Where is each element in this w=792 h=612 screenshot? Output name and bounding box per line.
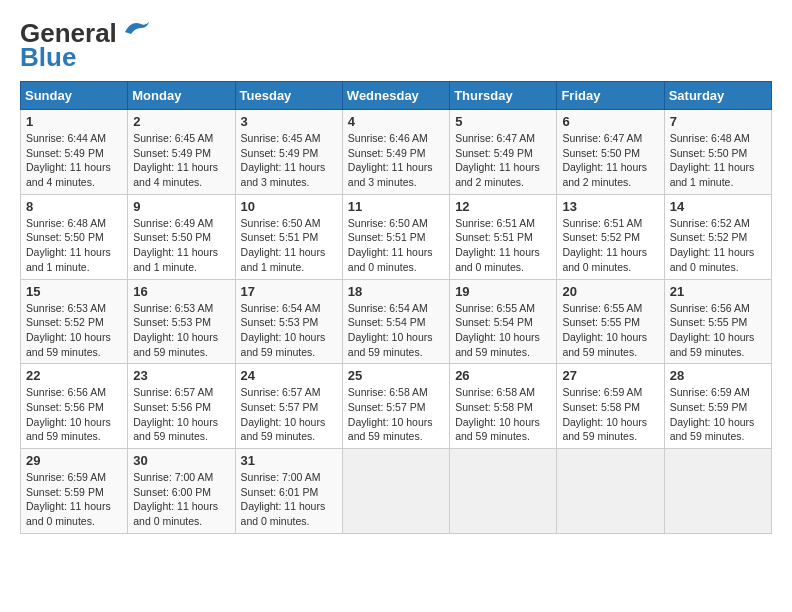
calendar-cell: 27Sunrise: 6:59 AMSunset: 5:58 PMDayligh… bbox=[557, 364, 664, 449]
logo-blue: Blue bbox=[20, 42, 76, 73]
day-number: 14 bbox=[670, 199, 766, 214]
day-info: Sunrise: 6:55 AMSunset: 5:54 PMDaylight:… bbox=[455, 301, 551, 360]
day-number: 11 bbox=[348, 199, 444, 214]
day-info: Sunrise: 6:54 AMSunset: 5:54 PMDaylight:… bbox=[348, 301, 444, 360]
calendar-header-row: SundayMondayTuesdayWednesdayThursdayFrid… bbox=[21, 82, 772, 110]
day-info: Sunrise: 6:49 AMSunset: 5:50 PMDaylight:… bbox=[133, 216, 229, 275]
day-info: Sunrise: 6:59 AMSunset: 5:58 PMDaylight:… bbox=[562, 385, 658, 444]
day-info: Sunrise: 6:51 AMSunset: 5:51 PMDaylight:… bbox=[455, 216, 551, 275]
day-info: Sunrise: 7:00 AMSunset: 6:01 PMDaylight:… bbox=[241, 470, 337, 529]
day-info: Sunrise: 6:51 AMSunset: 5:52 PMDaylight:… bbox=[562, 216, 658, 275]
day-number: 8 bbox=[26, 199, 122, 214]
day-number: 26 bbox=[455, 368, 551, 383]
day-number: 6 bbox=[562, 114, 658, 129]
calendar-cell: 26Sunrise: 6:58 AMSunset: 5:58 PMDayligh… bbox=[450, 364, 557, 449]
calendar-cell: 31Sunrise: 7:00 AMSunset: 6:01 PMDayligh… bbox=[235, 449, 342, 534]
calendar-week-1: 1Sunrise: 6:44 AMSunset: 5:49 PMDaylight… bbox=[21, 110, 772, 195]
day-info: Sunrise: 6:53 AMSunset: 5:53 PMDaylight:… bbox=[133, 301, 229, 360]
day-info: Sunrise: 6:56 AMSunset: 5:56 PMDaylight:… bbox=[26, 385, 122, 444]
calendar-cell: 20Sunrise: 6:55 AMSunset: 5:55 PMDayligh… bbox=[557, 279, 664, 364]
calendar-week-3: 15Sunrise: 6:53 AMSunset: 5:52 PMDayligh… bbox=[21, 279, 772, 364]
calendar-week-4: 22Sunrise: 6:56 AMSunset: 5:56 PMDayligh… bbox=[21, 364, 772, 449]
calendar-cell: 29Sunrise: 6:59 AMSunset: 5:59 PMDayligh… bbox=[21, 449, 128, 534]
day-number: 3 bbox=[241, 114, 337, 129]
day-info: Sunrise: 6:57 AMSunset: 5:56 PMDaylight:… bbox=[133, 385, 229, 444]
day-number: 19 bbox=[455, 284, 551, 299]
day-info: Sunrise: 6:55 AMSunset: 5:55 PMDaylight:… bbox=[562, 301, 658, 360]
weekday-header-friday: Friday bbox=[557, 82, 664, 110]
calendar-cell: 4Sunrise: 6:46 AMSunset: 5:49 PMDaylight… bbox=[342, 110, 449, 195]
day-info: Sunrise: 6:52 AMSunset: 5:52 PMDaylight:… bbox=[670, 216, 766, 275]
day-info: Sunrise: 6:59 AMSunset: 5:59 PMDaylight:… bbox=[26, 470, 122, 529]
day-number: 17 bbox=[241, 284, 337, 299]
day-number: 1 bbox=[26, 114, 122, 129]
day-number: 15 bbox=[26, 284, 122, 299]
calendar-cell: 16Sunrise: 6:53 AMSunset: 5:53 PMDayligh… bbox=[128, 279, 235, 364]
calendar-cell: 10Sunrise: 6:50 AMSunset: 5:51 PMDayligh… bbox=[235, 194, 342, 279]
day-number: 28 bbox=[670, 368, 766, 383]
day-number: 10 bbox=[241, 199, 337, 214]
page-header: General Blue bbox=[20, 20, 772, 73]
day-number: 7 bbox=[670, 114, 766, 129]
day-info: Sunrise: 6:48 AMSunset: 5:50 PMDaylight:… bbox=[26, 216, 122, 275]
calendar-cell: 15Sunrise: 6:53 AMSunset: 5:52 PMDayligh… bbox=[21, 279, 128, 364]
calendar-cell: 7Sunrise: 6:48 AMSunset: 5:50 PMDaylight… bbox=[664, 110, 771, 195]
calendar-week-2: 8Sunrise: 6:48 AMSunset: 5:50 PMDaylight… bbox=[21, 194, 772, 279]
calendar-cell bbox=[450, 449, 557, 534]
calendar-cell: 18Sunrise: 6:54 AMSunset: 5:54 PMDayligh… bbox=[342, 279, 449, 364]
day-info: Sunrise: 6:56 AMSunset: 5:55 PMDaylight:… bbox=[670, 301, 766, 360]
day-info: Sunrise: 6:59 AMSunset: 5:59 PMDaylight:… bbox=[670, 385, 766, 444]
day-number: 20 bbox=[562, 284, 658, 299]
calendar-cell: 6Sunrise: 6:47 AMSunset: 5:50 PMDaylight… bbox=[557, 110, 664, 195]
day-number: 31 bbox=[241, 453, 337, 468]
weekday-header-tuesday: Tuesday bbox=[235, 82, 342, 110]
weekday-header-monday: Monday bbox=[128, 82, 235, 110]
weekday-header-thursday: Thursday bbox=[450, 82, 557, 110]
day-number: 12 bbox=[455, 199, 551, 214]
day-number: 21 bbox=[670, 284, 766, 299]
day-info: Sunrise: 6:58 AMSunset: 5:57 PMDaylight:… bbox=[348, 385, 444, 444]
day-info: Sunrise: 6:46 AMSunset: 5:49 PMDaylight:… bbox=[348, 131, 444, 190]
weekday-header-wednesday: Wednesday bbox=[342, 82, 449, 110]
day-number: 29 bbox=[26, 453, 122, 468]
day-info: Sunrise: 6:50 AMSunset: 5:51 PMDaylight:… bbox=[348, 216, 444, 275]
day-number: 18 bbox=[348, 284, 444, 299]
calendar-table: SundayMondayTuesdayWednesdayThursdayFrid… bbox=[20, 81, 772, 534]
day-info: Sunrise: 6:45 AMSunset: 5:49 PMDaylight:… bbox=[133, 131, 229, 190]
calendar-cell: 11Sunrise: 6:50 AMSunset: 5:51 PMDayligh… bbox=[342, 194, 449, 279]
calendar-cell: 21Sunrise: 6:56 AMSunset: 5:55 PMDayligh… bbox=[664, 279, 771, 364]
day-info: Sunrise: 7:00 AMSunset: 6:00 PMDaylight:… bbox=[133, 470, 229, 529]
day-info: Sunrise: 6:54 AMSunset: 5:53 PMDaylight:… bbox=[241, 301, 337, 360]
calendar-cell: 23Sunrise: 6:57 AMSunset: 5:56 PMDayligh… bbox=[128, 364, 235, 449]
day-number: 24 bbox=[241, 368, 337, 383]
day-info: Sunrise: 6:50 AMSunset: 5:51 PMDaylight:… bbox=[241, 216, 337, 275]
day-number: 13 bbox=[562, 199, 658, 214]
calendar-cell: 3Sunrise: 6:45 AMSunset: 5:49 PMDaylight… bbox=[235, 110, 342, 195]
calendar-week-5: 29Sunrise: 6:59 AMSunset: 5:59 PMDayligh… bbox=[21, 449, 772, 534]
day-number: 23 bbox=[133, 368, 229, 383]
day-number: 30 bbox=[133, 453, 229, 468]
day-info: Sunrise: 6:48 AMSunset: 5:50 PMDaylight:… bbox=[670, 131, 766, 190]
calendar-cell: 12Sunrise: 6:51 AMSunset: 5:51 PMDayligh… bbox=[450, 194, 557, 279]
day-info: Sunrise: 6:47 AMSunset: 5:50 PMDaylight:… bbox=[562, 131, 658, 190]
day-number: 4 bbox=[348, 114, 444, 129]
calendar-cell: 30Sunrise: 7:00 AMSunset: 6:00 PMDayligh… bbox=[128, 449, 235, 534]
day-info: Sunrise: 6:44 AMSunset: 5:49 PMDaylight:… bbox=[26, 131, 122, 190]
calendar-cell: 25Sunrise: 6:58 AMSunset: 5:57 PMDayligh… bbox=[342, 364, 449, 449]
day-number: 9 bbox=[133, 199, 229, 214]
logo-bird-icon bbox=[121, 18, 153, 40]
day-number: 25 bbox=[348, 368, 444, 383]
day-number: 5 bbox=[455, 114, 551, 129]
day-number: 27 bbox=[562, 368, 658, 383]
calendar-cell: 9Sunrise: 6:49 AMSunset: 5:50 PMDaylight… bbox=[128, 194, 235, 279]
day-info: Sunrise: 6:58 AMSunset: 5:58 PMDaylight:… bbox=[455, 385, 551, 444]
calendar-cell bbox=[342, 449, 449, 534]
weekday-header-saturday: Saturday bbox=[664, 82, 771, 110]
calendar-cell bbox=[664, 449, 771, 534]
calendar-cell: 8Sunrise: 6:48 AMSunset: 5:50 PMDaylight… bbox=[21, 194, 128, 279]
calendar-cell bbox=[557, 449, 664, 534]
day-info: Sunrise: 6:45 AMSunset: 5:49 PMDaylight:… bbox=[241, 131, 337, 190]
calendar-cell: 17Sunrise: 6:54 AMSunset: 5:53 PMDayligh… bbox=[235, 279, 342, 364]
calendar-cell: 19Sunrise: 6:55 AMSunset: 5:54 PMDayligh… bbox=[450, 279, 557, 364]
day-info: Sunrise: 6:53 AMSunset: 5:52 PMDaylight:… bbox=[26, 301, 122, 360]
